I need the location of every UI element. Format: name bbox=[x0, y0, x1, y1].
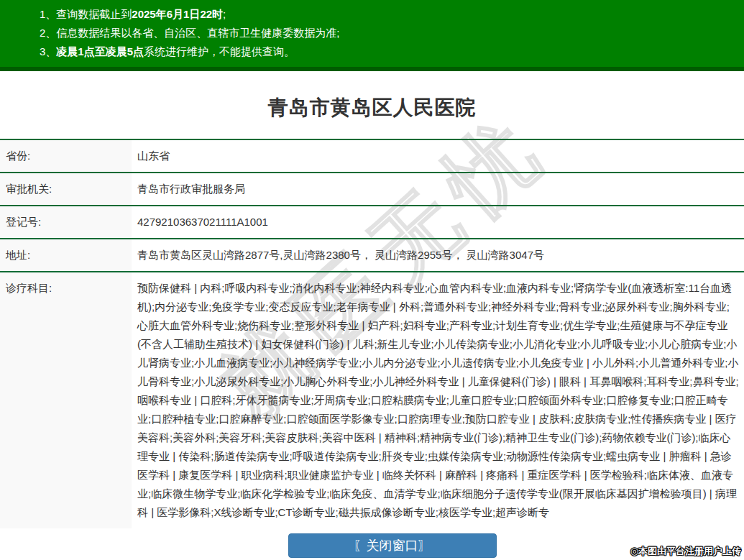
table-row-province: 省份: 山东省 bbox=[0, 140, 744, 172]
notice-2-text: 2、信息数据结果以各省、自治区、直辖市卫生健康委数据为准; bbox=[40, 27, 340, 39]
row-value: 青岛市行政审批服务局 bbox=[132, 173, 744, 205]
hospital-query-result-page: 就医无忧 1、查询数据截止到2025年6月1日22时; 2、信息数据结果以各省、… bbox=[0, 0, 744, 560]
table-row-approving-authority: 审批机关: 青岛市行政审批服务局 bbox=[0, 172, 744, 205]
hospital-info-table: 省份: 山东省 审批机关: 青岛市行政审批服务局 登记号: 4279210363… bbox=[0, 139, 744, 528]
row-value: 预防保健科 | 内科;呼吸内科专业;消化内科专业;神经内科专业;心血管内科专业;… bbox=[132, 272, 744, 528]
row-value: 42792103637021111A1001 bbox=[132, 206, 744, 238]
notice-line-2: 2、信息数据结果以各省、自治区、直辖市卫生健康委数据为准; bbox=[40, 24, 737, 42]
notice-3-suffix: 系统进行维护，不能提供查询。 bbox=[144, 45, 295, 58]
row-label: 诊疗科目: bbox=[0, 272, 132, 528]
row-label: 省份: bbox=[0, 140, 132, 172]
table-row-address: 地址: 青岛市黄岛区灵山湾路2877号,灵山湾路2380号， 灵山湾路2955号… bbox=[0, 238, 744, 271]
table-row-treatment-subjects: 诊疗科目: 预防保健科 | 内科;呼吸内科专业;消化内科专业;神经内科专业;心血… bbox=[0, 271, 744, 528]
notice-banner: 1、查询数据截止到2025年6月1日22时; 2、信息数据结果以各省、自治区、直… bbox=[0, 0, 744, 71]
notice-3-text: 3、 bbox=[40, 45, 56, 58]
close-window-button[interactable]: 〖关闭窗口〗 bbox=[288, 533, 497, 558]
notice-line-3: 3、凌晨1点至凌晨5点系统进行维护，不能提供查询。 bbox=[40, 42, 737, 61]
page-title: 青岛市黄岛区人民医院 bbox=[0, 94, 744, 121]
table-row-registration-number: 登记号: 42792103637021111A1001 bbox=[0, 205, 744, 238]
row-label: 登记号: bbox=[0, 206, 132, 238]
notice-1-bold: 2025年6月1日22时 bbox=[132, 8, 223, 20]
row-value: 山东省 bbox=[132, 140, 744, 172]
bottom-bar: 〖关闭窗口〗 ◎本图由平台注册用户上传 bbox=[0, 533, 744, 560]
row-value: 青岛市黄岛区灵山湾路2877号,灵山湾路2380号， 灵山湾路2955号， 灵山… bbox=[132, 239, 744, 271]
notice-1-text: 1、查询数据截止到 bbox=[40, 8, 132, 20]
notice-3-bold: 凌晨1点至凌晨5点 bbox=[56, 45, 144, 58]
row-label: 地址: bbox=[0, 239, 132, 271]
row-label: 审批机关: bbox=[0, 173, 132, 205]
notice-1-suffix: ; bbox=[223, 8, 226, 20]
notice-line-1: 1、查询数据截止到2025年6月1日22时; bbox=[40, 5, 737, 24]
image-attribution-stamp: ◎本图由平台注册用户上传 bbox=[630, 545, 741, 558]
